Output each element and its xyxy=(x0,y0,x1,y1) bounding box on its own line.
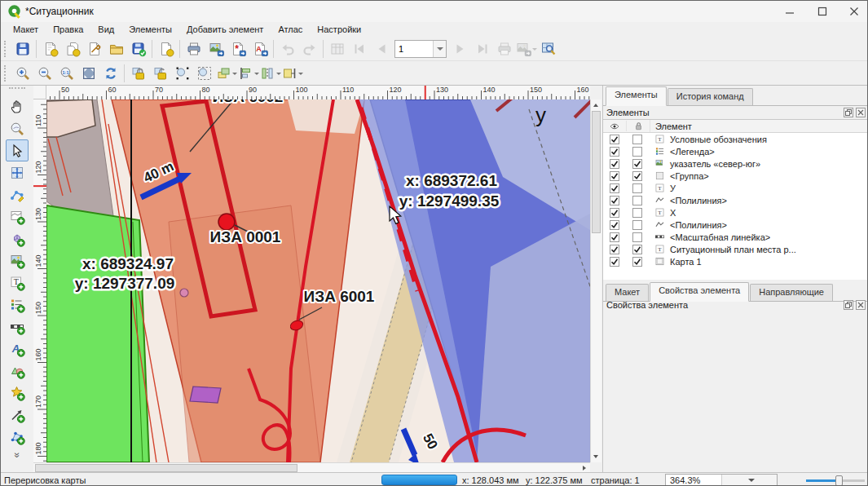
chevron-down-icon[interactable] xyxy=(721,475,778,485)
tab-История команд[interactable]: История команд xyxy=(668,88,753,105)
lock-checkbox[interactable] xyxy=(632,183,642,193)
new-layout-button[interactable] xyxy=(39,38,61,60)
pan-tool-button[interactable] xyxy=(6,95,29,117)
item-row[interactable]: <Легенда> xyxy=(603,145,868,157)
menu-6[interactable]: Атлас xyxy=(271,23,310,36)
layout-manager-button[interactable] xyxy=(83,38,105,60)
visibility-checkbox[interactable] xyxy=(610,232,619,242)
move-content-tool-button[interactable] xyxy=(6,161,29,183)
export-svg-button[interactable]: * xyxy=(227,38,249,60)
float-panel-icon[interactable] xyxy=(844,300,853,310)
add-picture-tool-button[interactable] xyxy=(6,250,29,272)
item-row[interactable]: TX xyxy=(603,206,868,219)
visibility-checkbox[interactable] xyxy=(610,196,619,205)
menu-7[interactable]: Настройки xyxy=(310,23,368,36)
lock-checkbox[interactable] xyxy=(632,245,642,254)
visibility-checkbox[interactable] xyxy=(610,257,619,267)
close-button[interactable] xyxy=(840,1,868,22)
atlas-prev-button[interactable] xyxy=(370,38,392,60)
save-button[interactable] xyxy=(11,38,33,60)
item-row[interactable]: <Полилиния> xyxy=(603,194,868,206)
vertical-scrollbar-thumb[interactable] xyxy=(592,111,601,233)
menu-2[interactable]: Правка xyxy=(46,23,90,36)
export-pdf-button[interactable]: A xyxy=(249,38,271,60)
tab-Элементы[interactable]: Элементы xyxy=(606,86,667,106)
item-row[interactable]: TУ xyxy=(603,182,868,194)
lock-checkbox[interactable] xyxy=(632,159,642,169)
menu-1[interactable]: Макет xyxy=(6,23,46,36)
add-arrow-tool-button[interactable] xyxy=(6,404,29,426)
item-row[interactable]: указатель «север-юг» xyxy=(603,157,868,170)
zoom-slider-handle[interactable] xyxy=(835,475,843,486)
distribute-items-button[interactable] xyxy=(259,63,281,84)
menu-4[interactable]: Элементы xyxy=(121,23,179,36)
select-move-tool-button[interactable] xyxy=(6,139,29,161)
zoom-slider[interactable] xyxy=(806,479,865,482)
item-row[interactable]: <Полилиния> xyxy=(603,219,868,231)
toolbar-grip[interactable] xyxy=(4,41,10,57)
undo-button[interactable] xyxy=(276,38,298,60)
lock-checkbox[interactable] xyxy=(632,232,642,242)
atlas-page-input[interactable] xyxy=(394,40,447,58)
add-node-item-tool-button[interactable] xyxy=(6,426,29,448)
atlas-print-button[interactable] xyxy=(493,38,515,60)
map-item[interactable]: 40 m 50 ИЗА 6002 ИЗА 0001 ИЗА 6001 x: 68… xyxy=(46,99,590,462)
lock-checkbox[interactable] xyxy=(632,196,642,205)
atlas-next-button[interactable] xyxy=(449,38,471,60)
align-items-button[interactable] xyxy=(237,63,259,84)
lock-checkbox[interactable] xyxy=(632,220,642,230)
lock-checkbox[interactable] xyxy=(632,171,642,181)
zoom-full-button[interactable] xyxy=(77,63,99,84)
toolbar-grip[interactable] xyxy=(4,65,10,82)
refresh-button[interactable] xyxy=(99,63,121,84)
vertical-scrollbar[interactable] xyxy=(590,99,601,462)
item-row[interactable]: <Группа> xyxy=(603,170,868,182)
edit-nodes-tool-button[interactable] xyxy=(6,183,29,205)
item-row[interactable]: Карта 1 xyxy=(603,255,868,267)
maximize-button[interactable] xyxy=(809,1,836,22)
close-panel-icon[interactable] xyxy=(856,108,866,117)
add-scalebar-tool-button[interactable] xyxy=(6,316,29,338)
lock-checkbox[interactable] xyxy=(632,257,642,267)
minimize-button[interactable] xyxy=(776,1,804,22)
toolbar-overflow-button[interactable]: » xyxy=(11,453,23,458)
zoom-level-combo[interactable]: 364.3% xyxy=(665,474,778,486)
atlas-preview-button[interactable] xyxy=(537,38,559,60)
chevron-down-icon[interactable] xyxy=(298,68,303,78)
horizontal-scrollbar-thumb[interactable] xyxy=(35,464,297,472)
add-map-tool-button[interactable] xyxy=(6,205,29,228)
item-row[interactable]: <Масштабная линейка> xyxy=(603,231,868,243)
unlock-items-button[interactable] xyxy=(149,63,171,84)
add-3d-map-tool-button[interactable] xyxy=(6,228,29,250)
atlas-first-button[interactable] xyxy=(348,38,370,60)
lock-checkbox[interactable] xyxy=(632,147,642,157)
zoom-actual-button[interactable]: 1:1 xyxy=(55,63,77,84)
print-button[interactable] xyxy=(183,38,205,60)
scroll-up-icon[interactable] xyxy=(591,100,601,110)
item-row[interactable]: TУсловные обозначения xyxy=(603,133,868,145)
add-label-tool-button[interactable]: T xyxy=(6,272,29,294)
visibility-checkbox[interactable] xyxy=(610,135,619,144)
visibility-checkbox[interactable] xyxy=(610,159,619,169)
atlas-last-button[interactable] xyxy=(471,38,493,60)
atlas-page-field[interactable] xyxy=(395,43,433,55)
zoom-tool-button[interactable] xyxy=(6,117,29,139)
save-as-template-button[interactable] xyxy=(127,38,149,60)
visibility-checkbox[interactable] xyxy=(610,147,619,157)
zoom-out-button[interactable] xyxy=(33,63,55,84)
layout-canvas[interactable]: 40 m 50 ИЗА 6002 ИЗА 0001 ИЗА 6001 x: 68… xyxy=(46,99,590,462)
duplicate-layout-button[interactable] xyxy=(61,38,83,60)
lock-checkbox[interactable] xyxy=(632,135,642,144)
chevron-down-icon[interactable] xyxy=(433,41,446,57)
select-all-button[interactable] xyxy=(171,63,193,84)
lock-items-button[interactable] xyxy=(127,63,149,84)
add-north-arrow-tool-button[interactable]: A xyxy=(6,338,29,360)
new-from-template-button[interactable] xyxy=(155,38,177,60)
atlas-settings-button[interactable] xyxy=(326,38,348,60)
atlas-export-button[interactable] xyxy=(515,38,537,60)
add-shape-tool-button[interactable] xyxy=(6,360,29,382)
visibility-checkbox[interactable] xyxy=(610,208,619,218)
close-panel-icon[interactable] xyxy=(856,300,866,310)
deselect-all-button[interactable] xyxy=(193,63,215,84)
lock-checkbox[interactable] xyxy=(632,208,642,218)
